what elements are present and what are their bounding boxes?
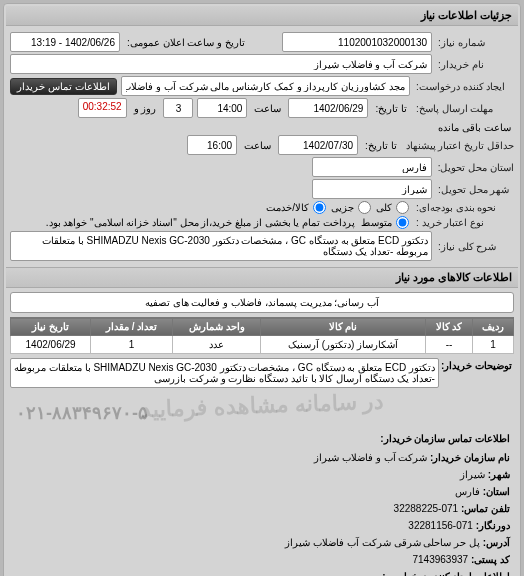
post-label: کد پستی:	[471, 554, 510, 565]
form-area: شماره نیاز: تاریخ و ساعت اعلان عمومی: نا…	[6, 26, 518, 267]
contact-header: اطلاعات تماس سازمان خریدار:	[14, 430, 510, 447]
province-label: استان محل تحویل:	[436, 162, 514, 173]
post-value: 7143963937	[412, 554, 468, 565]
req-no-label: شماره نیاز:	[436, 37, 514, 48]
goods-table: ردیف کد کالا نام کالا واحد شمارش تعداد /…	[10, 317, 514, 354]
opt-was: جزیی	[331, 202, 354, 213]
validity-time-input[interactable]	[187, 135, 237, 155]
org-value: شرکت آب و فاضلاب شیراز	[314, 452, 427, 463]
panel-title: جزئیات اطلاعات نیاز	[6, 6, 518, 26]
until-label-2: تا تاریخ:	[362, 140, 400, 151]
budget-row-label: نحوه بندی بودجه‌ای:	[414, 202, 514, 213]
big-phone: ۰۲۱-۸۸۳۴۹۶۷۰-۵	[16, 402, 148, 424]
credit-related-radio[interactable]	[396, 216, 409, 229]
opt-related: متوسط	[361, 217, 392, 228]
td-5: 1402/06/29	[11, 336, 91, 354]
org-label: نام سازمان خریدار:	[430, 452, 510, 463]
fax-label: دورنگار:	[476, 520, 510, 531]
days-input[interactable]	[163, 98, 193, 118]
tel-value: 071-32288225	[394, 503, 459, 514]
supply-deadline-label: حداقل تاریخ اعتبار پیشنهاد	[404, 140, 514, 151]
contact-city-label: شهر:	[488, 469, 510, 480]
th-4: تعداد / مقدار	[91, 318, 173, 336]
province-input[interactable]	[312, 157, 432, 177]
goods-section-title: اطلاعات کالاهای مورد نیاز	[6, 267, 518, 288]
tel-label: تلفن تماس:	[461, 503, 510, 514]
td-2: آشکارساز (دتکتور) آرسنیک	[261, 336, 426, 354]
budget-was-radio[interactable]	[358, 201, 371, 214]
td-0: 1	[473, 336, 514, 354]
city-label: شهر محل تحویل:	[436, 184, 514, 195]
buyer-desc-label: توضیحات خریدار:	[439, 358, 514, 373]
requester-label: ایجاد کننده درخواست:	[414, 81, 514, 92]
until-label-1: تا تاریخ:	[372, 103, 410, 114]
table-header-row: ردیف کد کالا نام کالا واحد شمارش تعداد /…	[11, 318, 514, 336]
th-5: تاریخ نیاز	[11, 318, 91, 336]
td-1: --	[425, 336, 472, 354]
deadline-time-input[interactable]	[197, 98, 247, 118]
main-desc-box: دتکتور ECD متعلق به دستگاه GC ، مشخصات د…	[10, 231, 432, 261]
addr-label: آدرس:	[483, 537, 510, 548]
contact-info-block: اطلاعات تماس سازمان خریدار: نام سازمان خ…	[14, 430, 510, 576]
opt-all: کلی	[376, 202, 392, 213]
contact-city: شیراز	[460, 469, 485, 480]
validity-date-input[interactable]	[278, 135, 358, 155]
main-key-label: شرح کلی نیاز:	[436, 241, 514, 252]
opt-item: کالا/خدمت	[266, 202, 309, 213]
pub-datetime-input[interactable]	[10, 32, 120, 52]
th-1: کد کالا	[425, 318, 472, 336]
credit-type-label: نوع اعتبار خرید :	[414, 217, 514, 228]
remaining-label: ساعت باقی مانده	[435, 122, 514, 133]
req-info-header: اطلاعات ایجاد کننده درخواست:	[14, 568, 510, 576]
buyer-name-input[interactable]	[10, 54, 432, 74]
th-2: نام کالا	[261, 318, 426, 336]
contact-province-label: استان:	[483, 486, 510, 497]
td-4: 1	[91, 336, 173, 354]
fax-value: 071-32281156	[408, 520, 473, 531]
table-row[interactable]: 1 -- آشکارساز (دتکتور) آرسنیک عدد 1 1402…	[11, 336, 514, 354]
th-3: واحد شمارش	[173, 318, 261, 336]
main-panel: جزئیات اطلاعات نیاز شماره نیاز: تاریخ و …	[3, 3, 521, 576]
category-banner: آب رسانی؛ مدیریت پسماند، فاضلاب و فعالیت…	[10, 292, 514, 313]
contact-province: فارس	[455, 486, 480, 497]
day-label: روز و	[131, 103, 160, 114]
buyer-desc-box: دتکتور ECD متعلق به دستگاه GC ، مشخصات د…	[10, 358, 439, 388]
countdown-timer: 00:32:52	[78, 98, 127, 118]
req-no-input[interactable]	[282, 32, 432, 52]
requester-input[interactable]	[121, 76, 410, 96]
th-0: ردیف	[473, 318, 514, 336]
city-input[interactable]	[312, 179, 432, 199]
watermark-area: در سامانه مشاهده فرمایید ۰۲۱-۸۸۳۴۹۶۷۰-۵	[10, 392, 514, 426]
time-label-1: ساعت	[251, 103, 284, 114]
budget-item-radio[interactable]	[313, 201, 326, 214]
pub-datetime-label: تاریخ و ساعت اعلان عمومی:	[124, 37, 278, 48]
buyer-name-label: نام خریدار:	[436, 59, 514, 70]
budget-all-radio[interactable]	[396, 201, 409, 214]
reply-deadline-label: مهلت ارسال پاسخ:	[414, 103, 514, 114]
contact-info-button[interactable]: اطلاعات تماس خریدار	[10, 78, 117, 95]
credit-note: پرداخت تمام یا بخشی از مبلغ خرید،از محل …	[10, 217, 358, 228]
addr-value: پل حر ساحلی شرقی شرکت آب فاضلاب شیراز	[285, 537, 479, 548]
deadline-date-input[interactable]	[288, 98, 368, 118]
td-3: عدد	[173, 336, 261, 354]
time-label-2: ساعت	[241, 140, 274, 151]
